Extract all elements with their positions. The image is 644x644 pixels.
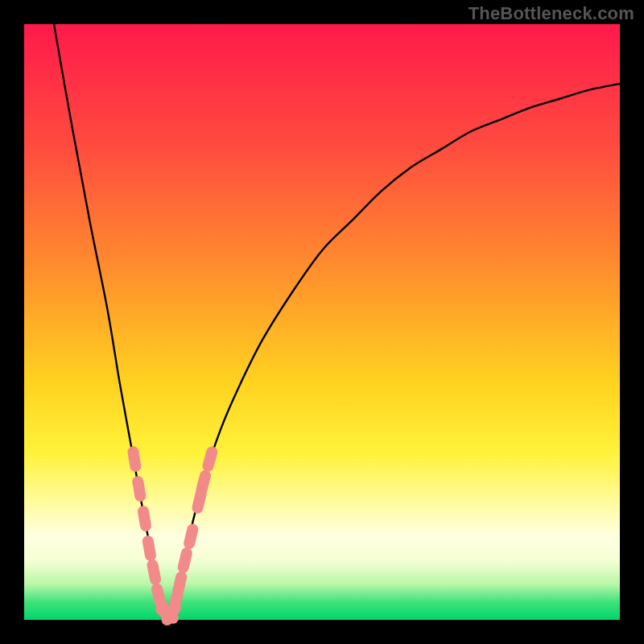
highlight-dot: [208, 452, 212, 466]
highlight-dot: [184, 553, 187, 568]
highlight-dot: [153, 565, 156, 580]
curve-layer: [24, 24, 620, 620]
highlight-dot: [138, 481, 140, 496]
highlight-dot: [201, 476, 204, 489]
highlight-dot: [133, 452, 135, 466]
highlight-dot: [189, 530, 192, 544]
highlight-dot: [143, 511, 146, 526]
watermark-text: TheBottleneck.com: [469, 3, 634, 24]
bottleneck-curve: [54, 24, 620, 617]
highlight-dot: [174, 595, 178, 609]
highlight-dots: [133, 452, 212, 620]
plot-area: [24, 24, 620, 620]
highlight-dot: [148, 541, 151, 555]
highlight-dot: [198, 493, 201, 508]
chart-frame: TheBottleneck.com: [0, 0, 644, 644]
highlight-dot: [178, 577, 181, 592]
